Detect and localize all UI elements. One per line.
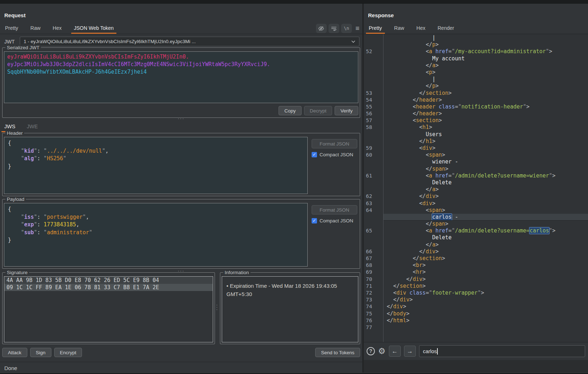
- jwt-header-editor[interactable]: { "kid": "../../../dev/null", "alg": "HS…: [4, 137, 308, 194]
- code-text: </div>: [387, 248, 588, 255]
- code-text: </span>: [387, 166, 588, 172]
- line-number: 75: [364, 310, 380, 317]
- line-number: 73: [364, 296, 380, 303]
- serialized-jwt-legend: Serialized JWT: [5, 45, 41, 51]
- code-text: <span>: [387, 152, 588, 158]
- sign-button[interactable]: Sign: [30, 348, 51, 357]
- code-line: </p>: [364, 83, 588, 89]
- jwt-label: JWT: [4, 39, 15, 45]
- code-line: 65 <a href="/admin/delete?username=carlo…: [364, 227, 588, 234]
- code-text: </section>: [387, 283, 588, 290]
- request-tab-hex[interactable]: Hex: [52, 24, 63, 34]
- vertical-splitter-handle[interactable]: ···: [215, 304, 219, 307]
- copy-button[interactable]: Copy: [279, 106, 302, 115]
- status-divider: [0, 362, 362, 362]
- request-tabs-divider: [0, 34, 362, 34]
- code-text: </html>: [387, 317, 588, 324]
- previous-match-button[interactable]: ←: [389, 346, 401, 357]
- request-tab-raw[interactable]: Raw: [30, 24, 41, 34]
- code-line: 66 </div>: [364, 248, 588, 255]
- jwt-header-group: Header { "kid": "../../../dev/null", "al…: [2, 133, 360, 196]
- format-json-button-payload[interactable]: Format JSON: [312, 205, 357, 214]
- line-number: 70: [364, 276, 380, 283]
- code-text: </div>: [387, 303, 588, 310]
- json-line: }: [8, 236, 304, 244]
- jwt-dropdown[interactable]: 1 - eyJraWQiOiIuLi8uLi8uLi9kZXYvbnVsbCIs…: [20, 37, 359, 46]
- encrypt-button[interactable]: Encrypt: [54, 348, 82, 357]
- next-match-button[interactable]: →: [404, 346, 416, 357]
- tab-jwe[interactable]: JWE: [26, 122, 39, 132]
- request-tab-json-web-token[interactable]: JSON Web Token: [73, 24, 115, 34]
- code-line: </span>: [364, 221, 588, 227]
- code-line: My account: [364, 55, 588, 62]
- line-number: 71: [364, 283, 380, 290]
- compact-json-payload: ✓ Compact JSON: [312, 218, 357, 223]
- signature-hex-view[interactable]: 4A AA 9B 1D 83 5B D0 E8 70 62 26 ED 5C E…: [4, 276, 213, 342]
- code-text: Delete: [387, 234, 588, 241]
- code-line: 73 </div>: [364, 296, 588, 303]
- response-code-editor[interactable]: | </p>52 <a href="/my-account?id=adminis…: [364, 34, 588, 342]
- code-text: </div>: [387, 193, 588, 200]
- line-number: 52: [364, 48, 380, 55]
- response-tab-raw[interactable]: Raw: [394, 24, 405, 34]
- signature-group: Signature 4A AA 9B 1D 83 5B D0 E8 70 62 …: [2, 272, 215, 344]
- compact-json-checkbox-payload[interactable]: ✓: [312, 218, 317, 223]
- window-bottom-strip: [0, 373, 588, 374]
- json-line: }: [8, 163, 304, 171]
- response-search-bar: ? ⚙ ← → carlos: [364, 342, 588, 360]
- request-tab-pretty[interactable]: Pretty: [4, 24, 19, 34]
- code-text: </a>: [387, 241, 588, 248]
- information-legend: Information: [223, 269, 251, 276]
- line-number: 67: [364, 255, 380, 262]
- help-icon[interactable]: ?: [367, 347, 375, 355]
- response-panel: Response PrettyRawHexRender | </p>52 <a …: [364, 4, 588, 373]
- code-text: </div>: [387, 276, 588, 283]
- jwt-payload-editor[interactable]: { "iss": "portswigger", "exp": 177384318…: [4, 203, 308, 267]
- code-text: My account: [387, 55, 588, 62]
- response-tab-pretty[interactable]: Pretty: [368, 24, 383, 34]
- gear-icon[interactable]: ⚙: [378, 347, 386, 355]
- code-line: 56 </header>: [364, 110, 588, 117]
- code-text: </a>: [387, 62, 588, 69]
- code-text: |: [387, 34, 588, 41]
- compact-json-checkbox-header[interactable]: ✓: [312, 152, 317, 157]
- horizontal-splitter-handle[interactable]: ···: [0, 117, 362, 121]
- line-number: 61: [364, 172, 380, 179]
- line-number: 54: [364, 97, 380, 103]
- compact-json-label-header: Compact JSON: [320, 152, 353, 157]
- jwt-row: JWT 1 - eyJraWQiOiIuLi8uLi8uLi9kZXYvbnVs…: [4, 37, 359, 46]
- code-line: 54 </header>: [364, 97, 588, 103]
- code-line: <p>: [364, 69, 588, 76]
- code-text: </span>: [387, 221, 588, 227]
- code-line: 77: [364, 324, 588, 331]
- response-tabs: PrettyRawHexRender: [368, 23, 455, 34]
- code-text: </p>: [387, 41, 588, 48]
- hide-icon[interactable]: [316, 24, 327, 33]
- code-text: Delete: [387, 179, 588, 186]
- line-number: 72: [364, 290, 380, 296]
- verify-button[interactable]: Verify: [335, 106, 358, 115]
- format-json-button-header[interactable]: Format JSON: [312, 139, 357, 148]
- code-text: <h1>: [387, 124, 588, 131]
- response-tab-hex[interactable]: Hex: [416, 24, 426, 34]
- serialized-jwt-editor[interactable]: eyJraWQiOiIuLi8uLi8uLi9kZXYvbnVsbCIsImFs…: [4, 51, 358, 103]
- code-text: </a>: [387, 186, 588, 193]
- search-input[interactable]: carlos: [419, 345, 585, 357]
- send-to-tokens-button[interactable]: Send to Tokens: [315, 348, 360, 357]
- decrypt-button[interactable]: Decrypt: [304, 106, 332, 115]
- code-line: 72 <div class="footer-wrapper">: [364, 290, 588, 296]
- attack-button[interactable]: Attack: [2, 348, 27, 357]
- code-text: </section>: [387, 255, 588, 262]
- json-line: "exp": 1773843185,: [8, 221, 304, 229]
- response-tab-render[interactable]: Render: [437, 24, 455, 34]
- json-line: "sub": "administrator": [8, 229, 304, 237]
- line-number: 64: [364, 207, 380, 214]
- search-match: carlos: [432, 214, 451, 220]
- code-line: 59 <div>: [364, 145, 588, 152]
- code-text: <a href="/my-account?id=administrator">: [387, 48, 588, 55]
- menu-icon[interactable]: ≡: [355, 24, 359, 32]
- jwt-payload-group: Payload { "iss": "portswigger", "exp": 1…: [2, 199, 360, 269]
- wrap-lines-icon[interactable]: [329, 24, 339, 33]
- json-line: "kid": "../../../dev/null",: [8, 147, 304, 155]
- newline-icon[interactable]: \n: [341, 24, 352, 33]
